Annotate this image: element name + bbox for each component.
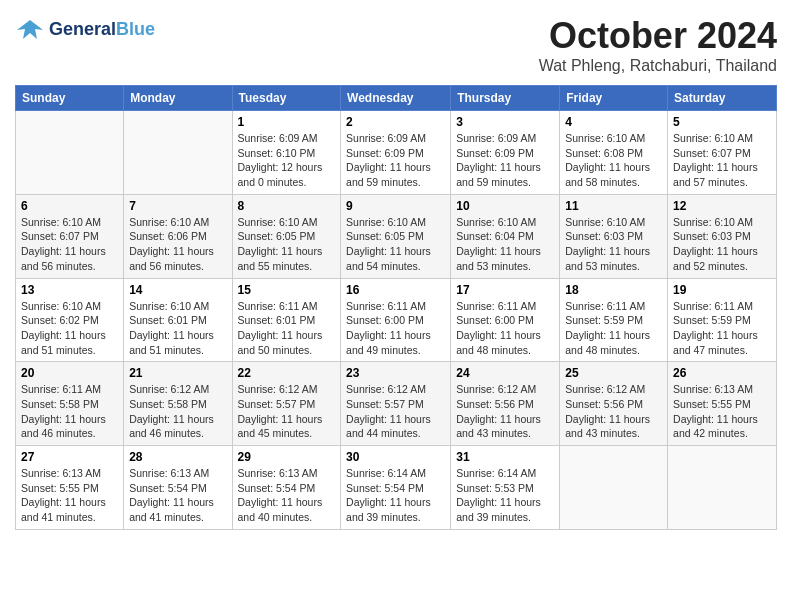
- calendar-cell: 13Sunrise: 6:10 AM Sunset: 6:02 PM Dayli…: [16, 278, 124, 362]
- day-number: 7: [129, 199, 226, 213]
- day-info: Sunrise: 6:14 AM Sunset: 5:53 PM Dayligh…: [456, 466, 554, 525]
- calendar-cell: 29Sunrise: 6:13 AM Sunset: 5:54 PM Dayli…: [232, 446, 341, 530]
- day-info: Sunrise: 6:10 AM Sunset: 6:01 PM Dayligh…: [129, 299, 226, 358]
- calendar-cell: 5Sunrise: 6:10 AM Sunset: 6:07 PM Daylig…: [668, 111, 777, 195]
- calendar-cell: 11Sunrise: 6:10 AM Sunset: 6:03 PM Dayli…: [560, 194, 668, 278]
- day-number: 25: [565, 366, 662, 380]
- calendar-cell: 15Sunrise: 6:11 AM Sunset: 6:01 PM Dayli…: [232, 278, 341, 362]
- title-area: October 2024 Wat Phleng, Ratchaburi, Tha…: [539, 15, 777, 75]
- day-number: 23: [346, 366, 445, 380]
- day-info: Sunrise: 6:11 AM Sunset: 5:59 PM Dayligh…: [673, 299, 771, 358]
- day-number: 27: [21, 450, 118, 464]
- day-header: Wednesday: [341, 86, 451, 111]
- day-number: 16: [346, 283, 445, 297]
- day-number: 24: [456, 366, 554, 380]
- calendar-cell: 17Sunrise: 6:11 AM Sunset: 6:00 PM Dayli…: [451, 278, 560, 362]
- day-info: Sunrise: 6:09 AM Sunset: 6:09 PM Dayligh…: [346, 131, 445, 190]
- day-number: 13: [21, 283, 118, 297]
- day-header: Sunday: [16, 86, 124, 111]
- day-number: 22: [238, 366, 336, 380]
- day-number: 19: [673, 283, 771, 297]
- day-info: Sunrise: 6:10 AM Sunset: 6:03 PM Dayligh…: [565, 215, 662, 274]
- month-title: October 2024: [539, 15, 777, 57]
- svg-marker-0: [17, 20, 43, 39]
- calendar-cell: 4Sunrise: 6:10 AM Sunset: 6:08 PM Daylig…: [560, 111, 668, 195]
- calendar-cell: 24Sunrise: 6:12 AM Sunset: 5:56 PM Dayli…: [451, 362, 560, 446]
- day-info: Sunrise: 6:10 AM Sunset: 6:06 PM Dayligh…: [129, 215, 226, 274]
- day-info: Sunrise: 6:12 AM Sunset: 5:56 PM Dayligh…: [565, 382, 662, 441]
- day-number: 17: [456, 283, 554, 297]
- calendar-body: 1Sunrise: 6:09 AM Sunset: 6:10 PM Daylig…: [16, 111, 777, 530]
- calendar-cell: 14Sunrise: 6:10 AM Sunset: 6:01 PM Dayli…: [124, 278, 232, 362]
- calendar-cell: [16, 111, 124, 195]
- day-info: Sunrise: 6:11 AM Sunset: 6:01 PM Dayligh…: [238, 299, 336, 358]
- calendar-week: 1Sunrise: 6:09 AM Sunset: 6:10 PM Daylig…: [16, 111, 777, 195]
- calendar-week: 20Sunrise: 6:11 AM Sunset: 5:58 PM Dayli…: [16, 362, 777, 446]
- calendar-cell: 21Sunrise: 6:12 AM Sunset: 5:58 PM Dayli…: [124, 362, 232, 446]
- day-number: 3: [456, 115, 554, 129]
- day-number: 15: [238, 283, 336, 297]
- calendar-cell: [560, 446, 668, 530]
- calendar-week: 27Sunrise: 6:13 AM Sunset: 5:55 PM Dayli…: [16, 446, 777, 530]
- page-header: GeneralBlue October 2024 Wat Phleng, Rat…: [15, 15, 777, 75]
- calendar-cell: 9Sunrise: 6:10 AM Sunset: 6:05 PM Daylig…: [341, 194, 451, 278]
- logo-icon: [15, 15, 45, 45]
- calendar-week: 6Sunrise: 6:10 AM Sunset: 6:07 PM Daylig…: [16, 194, 777, 278]
- day-info: Sunrise: 6:12 AM Sunset: 5:57 PM Dayligh…: [238, 382, 336, 441]
- day-number: 5: [673, 115, 771, 129]
- calendar-cell: 30Sunrise: 6:14 AM Sunset: 5:54 PM Dayli…: [341, 446, 451, 530]
- day-number: 26: [673, 366, 771, 380]
- day-number: 9: [346, 199, 445, 213]
- location-subtitle: Wat Phleng, Ratchaburi, Thailand: [539, 57, 777, 75]
- day-info: Sunrise: 6:11 AM Sunset: 6:00 PM Dayligh…: [346, 299, 445, 358]
- day-number: 28: [129, 450, 226, 464]
- calendar-header: SundayMondayTuesdayWednesdayThursdayFrid…: [16, 86, 777, 111]
- day-header: Thursday: [451, 86, 560, 111]
- calendar-cell: 26Sunrise: 6:13 AM Sunset: 5:55 PM Dayli…: [668, 362, 777, 446]
- day-info: Sunrise: 6:10 AM Sunset: 6:04 PM Dayligh…: [456, 215, 554, 274]
- calendar-cell: 22Sunrise: 6:12 AM Sunset: 5:57 PM Dayli…: [232, 362, 341, 446]
- day-info: Sunrise: 6:11 AM Sunset: 5:59 PM Dayligh…: [565, 299, 662, 358]
- day-info: Sunrise: 6:10 AM Sunset: 6:07 PM Dayligh…: [673, 131, 771, 190]
- day-number: 31: [456, 450, 554, 464]
- day-info: Sunrise: 6:11 AM Sunset: 5:58 PM Dayligh…: [21, 382, 118, 441]
- logo-text: GeneralBlue: [49, 20, 155, 40]
- day-info: Sunrise: 6:12 AM Sunset: 5:57 PM Dayligh…: [346, 382, 445, 441]
- day-info: Sunrise: 6:12 AM Sunset: 5:58 PM Dayligh…: [129, 382, 226, 441]
- day-number: 1: [238, 115, 336, 129]
- calendar-cell: 28Sunrise: 6:13 AM Sunset: 5:54 PM Dayli…: [124, 446, 232, 530]
- calendar-cell: 10Sunrise: 6:10 AM Sunset: 6:04 PM Dayli…: [451, 194, 560, 278]
- day-info: Sunrise: 6:13 AM Sunset: 5:54 PM Dayligh…: [238, 466, 336, 525]
- day-info: Sunrise: 6:13 AM Sunset: 5:55 PM Dayligh…: [21, 466, 118, 525]
- day-info: Sunrise: 6:11 AM Sunset: 6:00 PM Dayligh…: [456, 299, 554, 358]
- day-info: Sunrise: 6:10 AM Sunset: 6:05 PM Dayligh…: [238, 215, 336, 274]
- day-info: Sunrise: 6:10 AM Sunset: 6:08 PM Dayligh…: [565, 131, 662, 190]
- day-header: Monday: [124, 86, 232, 111]
- calendar-cell: 18Sunrise: 6:11 AM Sunset: 5:59 PM Dayli…: [560, 278, 668, 362]
- calendar-cell: 8Sunrise: 6:10 AM Sunset: 6:05 PM Daylig…: [232, 194, 341, 278]
- day-number: 18: [565, 283, 662, 297]
- day-number: 14: [129, 283, 226, 297]
- calendar-cell: 20Sunrise: 6:11 AM Sunset: 5:58 PM Dayli…: [16, 362, 124, 446]
- day-number: 2: [346, 115, 445, 129]
- calendar-cell: 6Sunrise: 6:10 AM Sunset: 6:07 PM Daylig…: [16, 194, 124, 278]
- calendar-cell: 2Sunrise: 6:09 AM Sunset: 6:09 PM Daylig…: [341, 111, 451, 195]
- day-info: Sunrise: 6:10 AM Sunset: 6:02 PM Dayligh…: [21, 299, 118, 358]
- day-header: Tuesday: [232, 86, 341, 111]
- day-info: Sunrise: 6:14 AM Sunset: 5:54 PM Dayligh…: [346, 466, 445, 525]
- logo: GeneralBlue: [15, 15, 155, 45]
- day-info: Sunrise: 6:13 AM Sunset: 5:54 PM Dayligh…: [129, 466, 226, 525]
- day-number: 21: [129, 366, 226, 380]
- day-header: Saturday: [668, 86, 777, 111]
- day-header: Friday: [560, 86, 668, 111]
- day-info: Sunrise: 6:10 AM Sunset: 6:05 PM Dayligh…: [346, 215, 445, 274]
- calendar-cell: [124, 111, 232, 195]
- day-info: Sunrise: 6:09 AM Sunset: 6:09 PM Dayligh…: [456, 131, 554, 190]
- day-info: Sunrise: 6:12 AM Sunset: 5:56 PM Dayligh…: [456, 382, 554, 441]
- day-number: 29: [238, 450, 336, 464]
- day-info: Sunrise: 6:10 AM Sunset: 6:07 PM Dayligh…: [21, 215, 118, 274]
- calendar-table: SundayMondayTuesdayWednesdayThursdayFrid…: [15, 85, 777, 530]
- calendar-cell: 19Sunrise: 6:11 AM Sunset: 5:59 PM Dayli…: [668, 278, 777, 362]
- day-info: Sunrise: 6:09 AM Sunset: 6:10 PM Dayligh…: [238, 131, 336, 190]
- day-number: 12: [673, 199, 771, 213]
